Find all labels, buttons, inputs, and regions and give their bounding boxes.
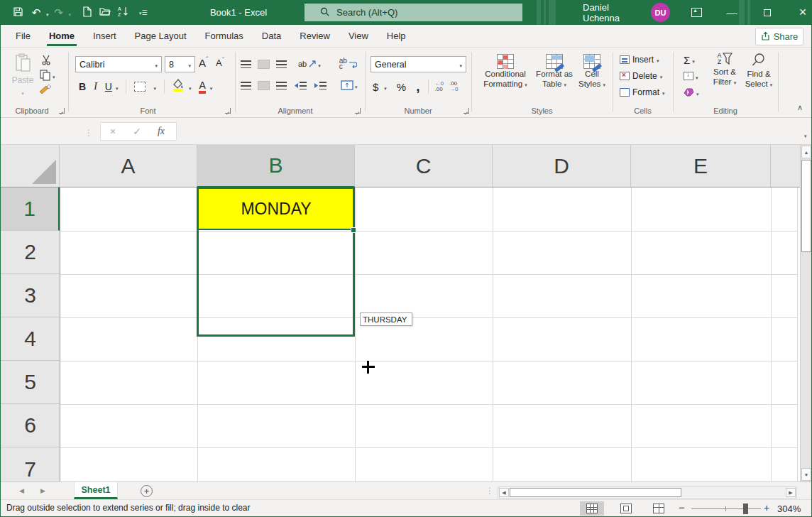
avatar[interactable]: DU bbox=[651, 3, 670, 22]
sheet-nav-prev-icon[interactable]: ◀ bbox=[19, 487, 24, 494]
clear-button[interactable] bbox=[684, 86, 699, 99]
horizontal-scrollbar[interactable]: ◀ ▶ bbox=[498, 486, 797, 499]
share-button[interactable]: Share bbox=[755, 28, 803, 45]
format-as-table-button[interactable]: Format asTable bbox=[534, 54, 574, 90]
percent-style-button[interactable]: % bbox=[397, 81, 406, 93]
zoom-slider-thumb[interactable] bbox=[743, 504, 748, 514]
format-cells-button[interactable]: Format bbox=[620, 87, 665, 97]
conditional-formatting-button[interactable]: ConditionalFormatting bbox=[478, 54, 533, 90]
zoom-slider[interactable] bbox=[691, 508, 761, 509]
alignment-dialog-launcher-icon[interactable] bbox=[355, 108, 361, 114]
align-center-icon[interactable] bbox=[258, 82, 269, 89]
maximize-button[interactable] bbox=[753, 0, 781, 25]
underline-dropdown-icon[interactable] bbox=[116, 80, 119, 93]
formula-bar-splitter[interactable] bbox=[84, 126, 93, 138]
cell-styles-button[interactable]: CellStyles bbox=[574, 54, 610, 90]
decrease-decimal-icon[interactable]: .00→0 bbox=[449, 81, 458, 92]
vertical-scroll-thumb[interactable] bbox=[801, 160, 811, 252]
row-header-7[interactable]: 7 bbox=[1, 447, 60, 481]
align-bottom-icon[interactable] bbox=[276, 60, 287, 68]
tab-formulas[interactable]: Formulas bbox=[196, 25, 253, 48]
autosum-button[interactable]: Σ bbox=[684, 53, 695, 66]
new-sheet-icon[interactable]: + bbox=[141, 485, 153, 497]
column-header-a[interactable]: A bbox=[60, 145, 197, 187]
view-normal-button[interactable] bbox=[580, 501, 604, 516]
horizontal-scroll-thumb[interactable] bbox=[510, 488, 681, 497]
tab-help[interactable]: Help bbox=[378, 25, 415, 48]
sort-az-icon[interactable]: AZ bbox=[115, 6, 132, 19]
user-name[interactable]: Daniel Uchenna bbox=[583, 0, 647, 25]
find-select-button[interactable]: Find &Select bbox=[742, 53, 776, 90]
sheet-nav-next-icon[interactable]: ▶ bbox=[40, 487, 45, 494]
wrap-text-button[interactable]: abc bbox=[339, 58, 357, 70]
cancel-icon[interactable]: × bbox=[101, 126, 125, 137]
spreadsheet-grid[interactable]: A B C D E 1 2 3 4 5 6 7 MONDAY bbox=[1, 145, 800, 481]
select-all-corner[interactable] bbox=[1, 145, 60, 187]
scroll-down-icon[interactable]: ▼ bbox=[801, 468, 811, 481]
delete-cells-button[interactable]: × Delete bbox=[620, 71, 662, 81]
fill-handle[interactable] bbox=[351, 227, 356, 233]
orientation-button[interactable]: ab bbox=[298, 58, 321, 70]
column-header-c[interactable]: C bbox=[355, 145, 493, 187]
tab-data[interactable]: Data bbox=[253, 25, 290, 48]
number-format-select[interactable]: General bbox=[371, 56, 466, 72]
decrease-font-button[interactable]: Aˇ bbox=[216, 57, 224, 68]
font-color-icon[interactable]: A bbox=[199, 80, 205, 94]
fill-button[interactable]: ↓ bbox=[684, 70, 698, 82]
tab-insert[interactable]: Insert bbox=[84, 25, 126, 48]
fill-color-icon[interactable] bbox=[172, 79, 185, 94]
bold-button[interactable]: B bbox=[79, 81, 86, 92]
row-header-3[interactable]: 3 bbox=[1, 274, 60, 317]
zoom-in-button[interactable]: + bbox=[764, 502, 769, 513]
undo-icon[interactable]: ↶ bbox=[28, 6, 45, 19]
search-input[interactable]: Search (Alt+Q) bbox=[304, 4, 522, 21]
copy-dropdown-icon[interactable] bbox=[53, 69, 55, 82]
font-name-select[interactable]: Calibri bbox=[75, 56, 162, 72]
close-button[interactable]: × bbox=[789, 0, 812, 25]
view-page-break-button[interactable] bbox=[648, 501, 669, 516]
font-size-select[interactable]: 8 bbox=[165, 56, 195, 72]
borders-dropdown-icon[interactable] bbox=[153, 80, 156, 93]
row-header-1[interactable]: 1 bbox=[1, 187, 60, 231]
accounting-format-button[interactable]: $ bbox=[373, 81, 378, 93]
column-header-e[interactable]: E bbox=[631, 145, 771, 187]
tab-home[interactable]: Home bbox=[40, 25, 84, 48]
accounting-dropdown-icon[interactable] bbox=[384, 80, 387, 93]
increase-font-button[interactable]: Aˆ bbox=[199, 56, 208, 69]
merge-center-button[interactable] bbox=[341, 79, 358, 92]
ribbon-display-options-icon[interactable] bbox=[682, 0, 710, 25]
undo-dropdown-icon[interactable] bbox=[46, 6, 49, 19]
zoom-level[interactable]: 304% bbox=[777, 504, 801, 514]
scroll-right-icon[interactable]: ▶ bbox=[786, 488, 796, 497]
enter-icon[interactable]: ✓ bbox=[125, 126, 149, 137]
zoom-out-button[interactable]: − bbox=[679, 501, 685, 513]
view-page-layout-button[interactable] bbox=[615, 501, 637, 516]
underline-button[interactable]: U bbox=[105, 81, 112, 92]
tab-view[interactable]: View bbox=[339, 25, 378, 48]
tab-scrollbar-splitter[interactable] bbox=[485, 486, 494, 496]
decrease-indent-icon[interactable] bbox=[294, 82, 307, 89]
column-header-b[interactable]: B bbox=[197, 145, 355, 187]
insert-cells-button[interactable]: Insert bbox=[620, 55, 659, 65]
increase-indent-icon[interactable] bbox=[314, 82, 327, 89]
new-file-icon[interactable] bbox=[78, 6, 95, 19]
format-painter-icon[interactable] bbox=[38, 85, 53, 100]
font-dialog-launcher-icon[interactable] bbox=[225, 108, 231, 114]
font-color-dropdown-icon[interactable] bbox=[210, 80, 213, 93]
column-header-d[interactable]: D bbox=[493, 145, 631, 187]
vertical-scrollbar[interactable]: ▲ ▼ bbox=[800, 145, 812, 481]
insert-function-icon[interactable]: fx bbox=[149, 126, 173, 137]
sheet-tab-sheet1[interactable]: Sheet1 bbox=[74, 482, 118, 499]
copy-button[interactable] bbox=[40, 69, 55, 82]
row-header-4[interactable]: 4 bbox=[1, 317, 60, 361]
tab-page-layout[interactable]: Page Layout bbox=[126, 25, 196, 48]
increase-decimal-icon[interactable]: ←0.00 bbox=[434, 81, 443, 92]
align-top-icon[interactable] bbox=[241, 60, 251, 68]
scroll-left-icon[interactable]: ◀ bbox=[499, 488, 509, 497]
tab-review[interactable]: Review bbox=[290, 25, 339, 48]
quick-access-customize-icon[interactable]: ☰ bbox=[139, 9, 148, 16]
comma-style-button[interactable]: , bbox=[416, 79, 419, 94]
fill-color-dropdown-icon[interactable] bbox=[189, 80, 192, 93]
row-header-5[interactable]: 5 bbox=[1, 361, 60, 404]
align-left-icon[interactable] bbox=[241, 82, 251, 89]
